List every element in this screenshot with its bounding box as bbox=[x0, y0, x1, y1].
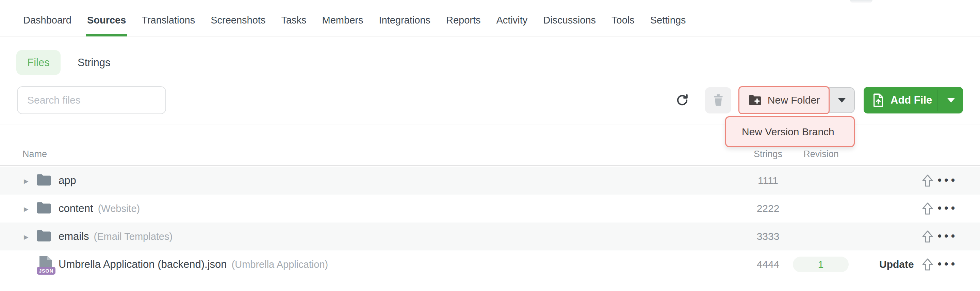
nav-item-translations[interactable]: Translations bbox=[142, 0, 195, 36]
chevron-right-icon[interactable]: ▸ bbox=[24, 176, 29, 186]
file-name-cell: emails(Email Templates) bbox=[59, 230, 172, 243]
strings-count: 1111 bbox=[734, 175, 802, 186]
files-table-header: Name Strings Revision bbox=[0, 145, 980, 166]
upload-translations-button[interactable] bbox=[920, 202, 935, 215]
file-name-cell: content(Website) bbox=[59, 202, 140, 215]
nav-item-dashboard[interactable]: Dashboard bbox=[23, 0, 72, 36]
folder-caption: (Website) bbox=[98, 203, 140, 214]
file-caption: (Umbrella Application) bbox=[232, 259, 328, 270]
file-name-cell: Umbrella Application (backend).json(Umbr… bbox=[59, 258, 328, 270]
nav-item-sources[interactable]: Sources bbox=[87, 0, 126, 36]
folder-plus-icon bbox=[748, 94, 762, 107]
file-name-link[interactable]: Umbrella Application (backend).json bbox=[59, 258, 227, 270]
folder-icon bbox=[36, 229, 52, 244]
tab-strings[interactable]: Strings bbox=[78, 57, 110, 69]
add-file-button[interactable]: Add File bbox=[864, 87, 963, 114]
json-badge: JSON bbox=[37, 267, 56, 275]
new-folder-button[interactable]: New Folder bbox=[738, 86, 830, 114]
new-folder-label: New Folder bbox=[768, 94, 820, 106]
refresh-icon bbox=[675, 93, 689, 108]
sources-files-page: Dashboard Sources Translations Screensho… bbox=[0, 0, 980, 291]
trash-icon bbox=[713, 93, 724, 107]
strings-count: 4444 bbox=[734, 259, 802, 270]
folder-name-link[interactable]: emails bbox=[59, 230, 89, 242]
nav-item-integrations[interactable]: Integrations bbox=[379, 0, 430, 36]
refresh-button[interactable] bbox=[674, 92, 691, 109]
folder-caption: (Email Templates) bbox=[94, 231, 173, 242]
column-header-name: Name bbox=[22, 149, 47, 160]
view-toggle: Files Strings bbox=[16, 50, 110, 75]
nav-item-discussions[interactable]: Discussions bbox=[543, 0, 596, 36]
row-menu-button[interactable]: ••• bbox=[937, 176, 955, 186]
folder-name-link[interactable]: app bbox=[59, 174, 76, 186]
row-menu-button[interactable]: ••• bbox=[937, 203, 955, 214]
caret-down-icon bbox=[838, 98, 846, 102]
upload-translations-button[interactable] bbox=[920, 257, 935, 271]
file-upload-icon bbox=[872, 93, 884, 108]
nav-item-settings[interactable]: Settings bbox=[650, 0, 686, 36]
tab-files[interactable]: Files bbox=[16, 50, 60, 75]
nav-item-screenshots[interactable]: Screenshots bbox=[211, 0, 266, 36]
chevron-right-icon[interactable]: ▸ bbox=[24, 231, 29, 242]
column-header-revision: Revision bbox=[787, 149, 855, 160]
caret-down-icon bbox=[947, 98, 955, 102]
files-table: ▸ app 1111 ••• ▸ bbox=[0, 166, 980, 278]
row-menu-button[interactable]: ••• bbox=[937, 259, 955, 270]
nav-item-activity[interactable]: Activity bbox=[496, 0, 528, 36]
revision-badge: 1 bbox=[793, 257, 849, 272]
table-row-content[interactable]: ▸ content(Website) 2222 ••• bbox=[0, 195, 980, 222]
chevron-right-icon[interactable]: ▸ bbox=[24, 203, 29, 214]
nav-item-members[interactable]: Members bbox=[322, 0, 363, 36]
files-toolbar: New Folder Add File New Version Branch bbox=[0, 86, 980, 114]
button-separator bbox=[937, 90, 937, 111]
strings-count: 3333 bbox=[734, 231, 802, 242]
file-name-cell: app bbox=[59, 174, 76, 187]
search-input[interactable] bbox=[17, 86, 166, 114]
new-folder-dropdown-toggle[interactable] bbox=[829, 87, 855, 113]
revision-value: 1 bbox=[818, 259, 824, 270]
upload-translations-button[interactable] bbox=[920, 174, 935, 187]
nav-item-tasks[interactable]: Tasks bbox=[281, 0, 306, 36]
add-file-label: Add File bbox=[891, 87, 932, 114]
folder-icon bbox=[36, 201, 52, 216]
update-link[interactable]: Update bbox=[879, 259, 914, 270]
upload-translations-button[interactable] bbox=[920, 230, 935, 243]
nav-item-tools[interactable]: Tools bbox=[611, 0, 635, 36]
table-row-umbrella-json[interactable]: JSON Umbrella Application (backend).json… bbox=[0, 251, 980, 278]
row-menu-button[interactable]: ••• bbox=[937, 231, 955, 241]
json-file-icon: JSON bbox=[37, 256, 54, 273]
table-row-emails[interactable]: ▸ emails(Email Templates) 3333 ••• bbox=[0, 222, 980, 251]
menu-item-new-version-branch[interactable]: New Version Branch bbox=[725, 116, 855, 147]
folder-name-link[interactable]: content bbox=[59, 202, 93, 214]
nav-item-reports[interactable]: Reports bbox=[446, 0, 481, 36]
project-nav: Dashboard Sources Translations Screensho… bbox=[0, 0, 980, 37]
table-row-app[interactable]: ▸ app 1111 ••• bbox=[0, 166, 980, 195]
folder-icon bbox=[36, 173, 52, 188]
delete-button[interactable] bbox=[705, 87, 731, 114]
strings-count: 2222 bbox=[734, 203, 802, 214]
